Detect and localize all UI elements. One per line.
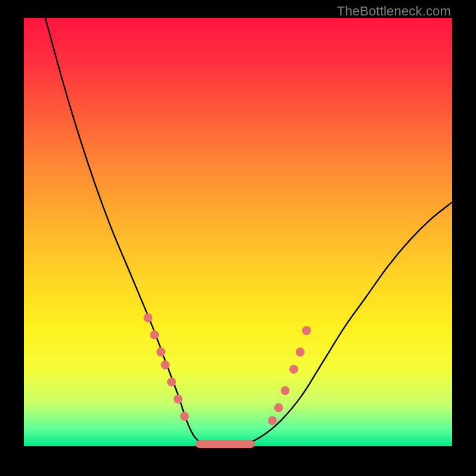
chart-stage: TheBottleneck.com — [0, 0, 476, 476]
data-marker — [150, 330, 159, 339]
data-marker — [180, 412, 189, 421]
right-marker-cluster — [268, 326, 311, 425]
data-marker — [143, 314, 152, 322]
data-marker — [296, 347, 305, 356]
data-marker — [281, 386, 290, 395]
bottleneck-curve — [45, 18, 452, 447]
data-marker — [289, 365, 298, 374]
plot-area — [24, 18, 452, 446]
data-marker — [156, 347, 165, 356]
data-marker — [167, 378, 176, 387]
data-marker — [174, 394, 183, 403]
data-marker — [161, 361, 170, 369]
data-marker — [268, 416, 277, 425]
left-marker-cluster — [143, 314, 189, 421]
data-marker — [274, 403, 283, 412]
data-marker — [302, 326, 311, 335]
curve-svg — [24, 18, 452, 446]
watermark-text: TheBottleneck.com — [337, 4, 451, 19]
